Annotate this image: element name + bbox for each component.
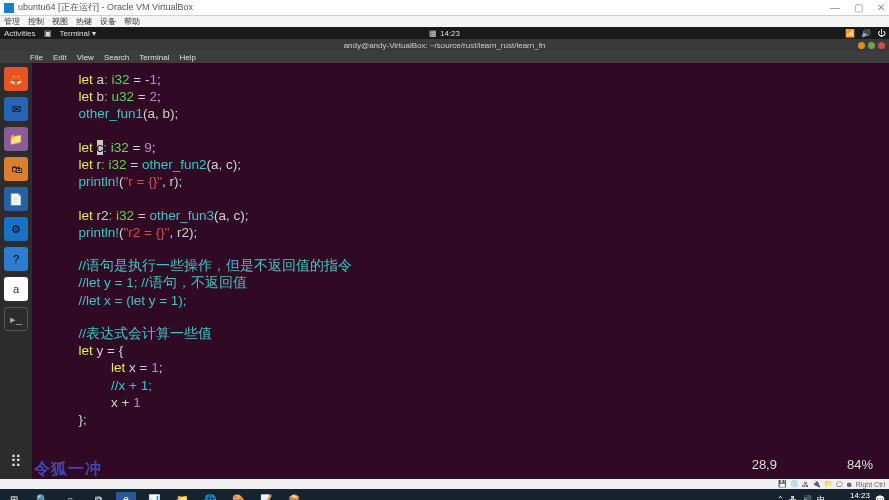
vbox-icon (4, 3, 14, 13)
menu-view[interactable]: View (77, 53, 94, 62)
disk-icon[interactable]: 💾 (778, 480, 787, 488)
vbox-menubar: 管理 控制 视图 热键 设备 帮助 (0, 16, 889, 27)
start-button[interactable]: ⊞ (4, 492, 24, 501)
app-icon[interactable]: 🎨 (228, 492, 248, 501)
notification-icon[interactable]: 💬 (875, 495, 885, 500)
help-icon[interactable]: ? (4, 247, 28, 271)
vim-status: 28,984% (752, 457, 873, 473)
menu-item[interactable]: 热键 (76, 16, 92, 27)
menu-search[interactable]: Search (104, 53, 129, 62)
shared-icon[interactable]: 📁 (824, 480, 833, 488)
system-clock[interactable]: 14:23 2019/11/10 (830, 491, 870, 501)
activities-button[interactable]: Activities (4, 29, 36, 38)
edge-icon[interactable]: e (116, 492, 136, 501)
optical-icon[interactable]: 💿 (790, 480, 799, 488)
window-controls: — ▢ ✕ (830, 2, 885, 13)
tray-sound-icon[interactable]: 🔊 (802, 495, 812, 500)
window-title: ubuntu64 [正在运行] - Oracle VM VirtualBox (18, 1, 830, 14)
usb-icon[interactable]: 🔌 (812, 480, 821, 488)
terminal-menubar: File Edit View Search Terminal Help (0, 51, 889, 63)
cortana-button[interactable]: ○ (60, 492, 80, 501)
tray-chevron-icon[interactable]: ⌃ (777, 495, 784, 500)
menu-item[interactable]: 管理 (4, 16, 20, 27)
terminal-app-icon[interactable]: ▸_ (4, 307, 28, 331)
minimize-button[interactable]: — (830, 2, 840, 13)
network-icon[interactable]: 📶 (845, 29, 855, 38)
tray-network-icon[interactable]: 🖧 (789, 495, 797, 500)
display-icon[interactable]: 🖵 (836, 481, 843, 488)
network-icon[interactable]: 🖧 (802, 481, 809, 488)
minimize-dot[interactable] (858, 42, 865, 49)
windows-taskbar: ⊞ 🔍 ○ ⧉ e 📊 📁 🌐 🎨 📝 📦 ⌃ 🖧 🔊 中 14:23 2019… (0, 489, 889, 500)
close-button[interactable]: ✕ (877, 2, 885, 13)
ime-indicator[interactable]: 中 (817, 494, 825, 500)
record-icon[interactable]: ⏺ (846, 481, 853, 488)
menu-help[interactable]: Help (179, 53, 195, 62)
vbox-taskbar-icon[interactable]: 📦 (284, 492, 304, 501)
menu-file[interactable]: File (30, 53, 43, 62)
app-icon[interactable]: 📝 (256, 492, 276, 501)
close-dot[interactable] (878, 42, 885, 49)
thunderbird-icon[interactable]: ✉ (4, 97, 28, 121)
menu-item[interactable]: 帮助 (124, 16, 140, 27)
show-apps-icon[interactable]: ⠿ (4, 449, 28, 473)
firefox-icon[interactable]: 🦊 (4, 67, 28, 91)
software-icon[interactable]: 🛍 (4, 157, 28, 181)
app-icon[interactable]: 📊 (144, 492, 164, 501)
maximize-dot[interactable] (868, 42, 875, 49)
vim-editor[interactable]: let a: i32 = -1; let b: u32 = 2; other_f… (32, 63, 889, 479)
menu-item[interactable]: 视图 (52, 16, 68, 27)
power-icon[interactable]: ⏻ (877, 29, 885, 38)
sound-icon[interactable]: 🔊 (861, 29, 871, 38)
calendar-icon: ▦ (429, 29, 437, 38)
chrome-icon[interactable]: 🌐 (200, 492, 220, 501)
app-menu[interactable]: Terminal ▾ (60, 29, 96, 38)
vbox-titlebar: ubuntu64 [正在运行] - Oracle VM VirtualBox —… (0, 0, 889, 16)
watermark: 令狐一冲 (34, 461, 102, 477)
search-button[interactable]: 🔍 (32, 492, 52, 501)
menu-terminal[interactable]: Terminal (139, 53, 169, 62)
taskview-button[interactable]: ⧉ (88, 492, 108, 501)
menu-item[interactable]: 设备 (100, 16, 116, 27)
amazon-icon[interactable]: a (4, 277, 28, 301)
menu-edit[interactable]: Edit (53, 53, 67, 62)
menu-item[interactable]: 控制 (28, 16, 44, 27)
clock[interactable]: 14:23 (440, 29, 460, 38)
ubuntu-dock: 🦊 ✉ 📁 🛍 📄 ⚙ ? a ▸_ ⠿ (0, 63, 32, 479)
explorer-icon[interactable]: 📁 (172, 492, 192, 501)
files-icon[interactable]: 📁 (4, 127, 28, 151)
hostkey: Right Ctrl (856, 481, 885, 488)
gnome-topbar: Activities ▣ Terminal ▾ ▦ 14:23 📶 🔊 ⏻ (0, 27, 889, 39)
terminal-titlebar: andy@andy-VirtualBox: ~/source/rust/lear… (0, 39, 889, 51)
maximize-button[interactable]: ▢ (854, 2, 863, 13)
terminal-title: andy@andy-VirtualBox: ~/source/rust/lear… (344, 41, 546, 50)
terminal-icon: ▣ (44, 29, 52, 38)
writer-icon[interactable]: 📄 (4, 187, 28, 211)
vbox-statusbar: 💾 💿 🖧 🔌 📁 🖵 ⏺ Right Ctrl (0, 479, 889, 489)
settings-icon[interactable]: ⚙ (4, 217, 28, 241)
